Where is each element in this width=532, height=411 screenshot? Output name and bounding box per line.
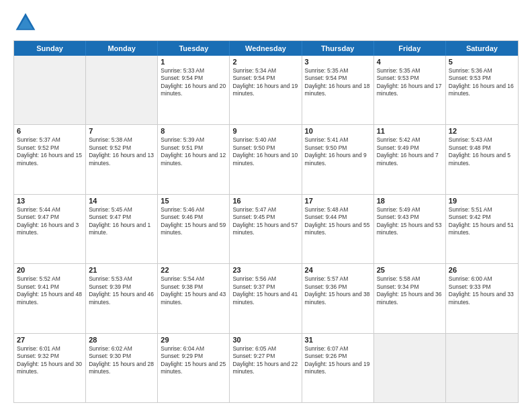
day-info: Sunrise: 5:44 AM Sunset: 9:47 PM Dayligh… (17, 206, 83, 237)
day-number: 11 (377, 127, 443, 135)
day-number: 18 (377, 197, 443, 205)
header-day-thursday: Thursday (302, 41, 374, 56)
day-info: Sunrise: 5:58 AM Sunset: 9:34 PM Dayligh… (377, 275, 443, 306)
day-cell-13: 13Sunrise: 5:44 AM Sunset: 9:47 PM Dayli… (14, 195, 86, 263)
day-info: Sunrise: 5:47 AM Sunset: 9:45 PM Dayligh… (232, 206, 298, 237)
day-number: 16 (232, 197, 298, 205)
logo (13, 11, 40, 35)
day-number: 28 (89, 336, 154, 344)
day-cell-19: 19Sunrise: 5:51 AM Sunset: 9:42 PM Dayli… (446, 195, 518, 263)
day-number: 9 (232, 127, 298, 135)
day-cell-12: 12Sunrise: 5:43 AM Sunset: 9:48 PM Dayli… (446, 125, 518, 193)
day-number: 7 (89, 127, 154, 135)
empty-cell (14, 56, 86, 124)
day-number: 1 (161, 58, 226, 66)
day-number: 25 (377, 266, 443, 274)
empty-cell (446, 334, 518, 402)
day-info: Sunrise: 6:05 AM Sunset: 9:27 PM Dayligh… (232, 345, 298, 376)
day-number: 22 (161, 266, 226, 274)
day-info: Sunrise: 5:37 AM Sunset: 9:52 PM Dayligh… (17, 136, 83, 167)
day-number: 13 (17, 197, 83, 205)
day-number: 27 (17, 336, 83, 344)
day-info: Sunrise: 5:35 AM Sunset: 9:54 PM Dayligh… (305, 67, 371, 98)
day-info: Sunrise: 6:07 AM Sunset: 9:26 PM Dayligh… (305, 345, 371, 376)
day-info: Sunrise: 5:49 AM Sunset: 9:43 PM Dayligh… (377, 206, 443, 237)
day-cell-11: 11Sunrise: 5:42 AM Sunset: 9:49 PM Dayli… (374, 125, 446, 193)
day-number: 26 (449, 266, 515, 274)
logo-icon (13, 11, 38, 35)
day-number: 21 (89, 266, 154, 274)
page: SundayMondayTuesdayWednesdayThursdayFrid… (0, 0, 532, 411)
day-cell-29: 29Sunrise: 6:04 AM Sunset: 9:29 PM Dayli… (158, 334, 230, 402)
header-day-tuesday: Tuesday (158, 41, 230, 56)
day-info: Sunrise: 6:01 AM Sunset: 9:32 PM Dayligh… (17, 345, 83, 376)
day-cell-27: 27Sunrise: 6:01 AM Sunset: 9:32 PM Dayli… (14, 334, 86, 402)
day-number: 8 (161, 127, 226, 135)
day-cell-3: 3Sunrise: 5:35 AM Sunset: 9:54 PM Daylig… (302, 56, 374, 124)
day-cell-15: 15Sunrise: 5:46 AM Sunset: 9:46 PM Dayli… (158, 195, 230, 263)
day-cell-14: 14Sunrise: 5:45 AM Sunset: 9:47 PM Dayli… (86, 195, 158, 263)
day-number: 15 (161, 197, 226, 205)
day-cell-16: 16Sunrise: 5:47 AM Sunset: 9:45 PM Dayli… (230, 195, 302, 263)
day-number: 12 (449, 127, 515, 135)
day-number: 10 (305, 127, 371, 135)
calendar-row-5: 27Sunrise: 6:01 AM Sunset: 9:32 PM Dayli… (14, 333, 518, 402)
day-info: Sunrise: 5:48 AM Sunset: 9:44 PM Dayligh… (305, 206, 371, 237)
header-day-monday: Monday (86, 41, 158, 56)
day-number: 20 (17, 266, 83, 274)
day-info: Sunrise: 5:54 AM Sunset: 9:38 PM Dayligh… (161, 275, 226, 306)
day-info: Sunrise: 6:04 AM Sunset: 9:29 PM Dayligh… (161, 345, 226, 376)
day-info: Sunrise: 5:39 AM Sunset: 9:51 PM Dayligh… (161, 136, 226, 167)
day-cell-28: 28Sunrise: 6:02 AM Sunset: 9:30 PM Dayli… (86, 334, 158, 402)
day-info: Sunrise: 5:45 AM Sunset: 9:47 PM Dayligh… (89, 206, 154, 237)
day-number: 30 (232, 336, 298, 344)
header-day-saturday: Saturday (446, 41, 518, 56)
day-number: 24 (305, 266, 371, 274)
day-info: Sunrise: 6:02 AM Sunset: 9:30 PM Dayligh… (89, 345, 154, 376)
day-cell-26: 26Sunrise: 6:00 AM Sunset: 9:33 PM Dayli… (446, 264, 518, 332)
day-info: Sunrise: 5:51 AM Sunset: 9:42 PM Dayligh… (449, 206, 515, 237)
day-cell-21: 21Sunrise: 5:53 AM Sunset: 9:39 PM Dayli… (86, 264, 158, 332)
day-cell-5: 5Sunrise: 5:36 AM Sunset: 9:53 PM Daylig… (446, 56, 518, 124)
day-number: 4 (377, 58, 443, 66)
day-info: Sunrise: 5:56 AM Sunset: 9:37 PM Dayligh… (232, 275, 298, 306)
day-number: 19 (449, 197, 515, 205)
day-info: Sunrise: 5:33 AM Sunset: 9:54 PM Dayligh… (161, 67, 226, 98)
calendar-row-3: 13Sunrise: 5:44 AM Sunset: 9:47 PM Dayli… (14, 194, 518, 263)
day-cell-6: 6Sunrise: 5:37 AM Sunset: 9:52 PM Daylig… (14, 125, 86, 193)
day-cell-22: 22Sunrise: 5:54 AM Sunset: 9:38 PM Dayli… (158, 264, 230, 332)
day-cell-25: 25Sunrise: 5:58 AM Sunset: 9:34 PM Dayli… (374, 264, 446, 332)
day-cell-10: 10Sunrise: 5:41 AM Sunset: 9:50 PM Dayli… (302, 125, 374, 193)
day-info: Sunrise: 5:46 AM Sunset: 9:46 PM Dayligh… (161, 206, 226, 237)
day-info: Sunrise: 5:36 AM Sunset: 9:53 PM Dayligh… (449, 67, 515, 98)
day-cell-17: 17Sunrise: 5:48 AM Sunset: 9:44 PM Dayli… (302, 195, 374, 263)
day-number: 6 (17, 127, 83, 135)
calendar-row-2: 6Sunrise: 5:37 AM Sunset: 9:52 PM Daylig… (14, 124, 518, 193)
day-number: 17 (305, 197, 371, 205)
day-number: 31 (305, 336, 371, 344)
day-cell-30: 30Sunrise: 6:05 AM Sunset: 9:27 PM Dayli… (230, 334, 302, 402)
header (13, 11, 519, 35)
day-number: 14 (89, 197, 154, 205)
calendar: SundayMondayTuesdayWednesdayThursdayFrid… (13, 40, 519, 403)
calendar-row-4: 20Sunrise: 5:52 AM Sunset: 9:41 PM Dayli… (14, 263, 518, 332)
day-cell-20: 20Sunrise: 5:52 AM Sunset: 9:41 PM Dayli… (14, 264, 86, 332)
day-cell-7: 7Sunrise: 5:38 AM Sunset: 9:52 PM Daylig… (86, 125, 158, 193)
empty-cell (86, 56, 158, 124)
day-cell-4: 4Sunrise: 5:35 AM Sunset: 9:53 PM Daylig… (374, 56, 446, 124)
day-info: Sunrise: 5:34 AM Sunset: 9:54 PM Dayligh… (232, 67, 298, 98)
header-day-wednesday: Wednesday (230, 41, 302, 56)
day-cell-31: 31Sunrise: 6:07 AM Sunset: 9:26 PM Dayli… (302, 334, 374, 402)
header-day-friday: Friday (374, 41, 446, 56)
day-info: Sunrise: 5:53 AM Sunset: 9:39 PM Dayligh… (89, 275, 154, 306)
day-cell-2: 2Sunrise: 5:34 AM Sunset: 9:54 PM Daylig… (230, 56, 302, 124)
day-number: 3 (305, 58, 371, 66)
day-number: 23 (232, 266, 298, 274)
day-number: 29 (161, 336, 226, 344)
day-cell-24: 24Sunrise: 5:57 AM Sunset: 9:36 PM Dayli… (302, 264, 374, 332)
empty-cell (374, 334, 446, 402)
calendar-header: SundayMondayTuesdayWednesdayThursdayFrid… (14, 41, 518, 56)
header-day-sunday: Sunday (14, 41, 86, 56)
calendar-body: 1Sunrise: 5:33 AM Sunset: 9:54 PM Daylig… (14, 56, 518, 402)
day-info: Sunrise: 6:00 AM Sunset: 9:33 PM Dayligh… (449, 275, 515, 306)
